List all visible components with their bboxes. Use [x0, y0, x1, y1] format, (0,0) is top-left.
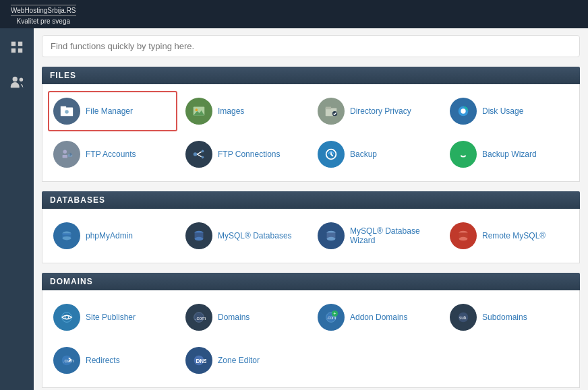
section-body-domains: Site Publisher.comDomains.com+Addon Doma… — [42, 290, 580, 388]
svg-point-10 — [196, 108, 198, 111]
svg-rect-3 — [18, 48, 22, 53]
label-addon-domains: Addon Domains — [350, 313, 407, 322]
icon-subdomains: sub. — [450, 304, 477, 331]
svg-point-22 — [202, 156, 204, 159]
icon-zone-editor: DNS — [185, 347, 212, 374]
svg-point-16 — [63, 150, 67, 154]
item-images[interactable]: Images — [180, 91, 310, 131]
section-header-files: FILES — [42, 67, 580, 84]
svg-point-15 — [461, 108, 465, 113]
icon-site-publisher — [53, 304, 80, 331]
svg-rect-12 — [326, 107, 331, 110]
svg-point-26 — [459, 150, 469, 160]
svg-point-4 — [13, 77, 18, 82]
icon-disk-usage — [450, 98, 477, 125]
item-file-manager[interactable]: File Manager — [48, 91, 177, 131]
icon-domains: .com — [185, 304, 212, 331]
svg-point-29 — [63, 236, 71, 240]
label-backup-wizard: Backup Wizard — [482, 150, 537, 159]
section-header-domains: DOMAINS — [42, 273, 580, 290]
label-file-manager: File Manager — [86, 106, 133, 116]
label-zone-editor: Zone Editor — [218, 356, 260, 365]
svg-text:.com: .com — [196, 315, 206, 321]
logo-line2: Kvalitet pre svega — [11, 15, 76, 25]
item-backup-wizard[interactable]: Backup Wizard — [444, 134, 574, 174]
svg-point-39 — [459, 237, 468, 241]
svg-rect-7 — [61, 106, 66, 109]
layout: FILESFile ManagerImagesDirectory Privacy… — [0, 28, 588, 390]
label-remote-mysql: Remote MySQL® — [482, 231, 546, 240]
label-mysql-wizard: MySQL® Database Wizard — [350, 226, 436, 245]
item-backup[interactable]: Backup — [312, 134, 442, 174]
logo-line1: WebHostingSrbija.RS — [11, 5, 76, 14]
svg-rect-17 — [63, 155, 67, 158]
svg-rect-0 — [11, 42, 16, 46]
item-mysql-wizard[interactable]: MySQL® Database Wizard — [312, 216, 442, 256]
label-mysql-databases: MySQL® Databases — [218, 231, 292, 240]
header: WebHostingSrbija.RS Kvalitet pre svega — [0, 0, 588, 28]
svg-text:sub.: sub. — [459, 315, 467, 320]
label-phpmyadmin: phpMyAdmin — [86, 231, 133, 240]
label-redirects: Redirects — [86, 356, 120, 365]
label-disk-usage: Disk Usage — [482, 106, 523, 116]
section-body-databases: phpMyAdminMySQL® DatabasesMySQL® Databas… — [42, 209, 580, 263]
icon-remote-mysql — [450, 222, 477, 249]
sidebar-users-icon[interactable] — [5, 70, 29, 94]
item-disk-usage[interactable]: Disk Usage — [444, 91, 574, 131]
item-addon-domains[interactable]: .com+Addon Domains — [312, 297, 442, 337]
item-phpmyadmin[interactable]: phpMyAdmin — [48, 216, 177, 256]
svg-line-23 — [197, 152, 201, 154]
item-site-publisher[interactable]: Site Publisher — [48, 297, 177, 337]
logo: WebHostingSrbija.RS Kvalitet pre svega — [11, 3, 76, 25]
section-domains: DOMAINSSite Publisher.comDomains.com+Add… — [42, 273, 580, 388]
icon-mysql-databases — [185, 222, 212, 249]
search-input[interactable] — [51, 41, 571, 51]
icon-file-manager — [53, 98, 80, 125]
section-files: FILESFile ManagerImagesDirectory Privacy… — [42, 67, 580, 182]
label-ftp-accounts: FTP Accounts — [86, 150, 136, 159]
icon-ftp-accounts — [53, 141, 80, 168]
svg-text:.com: .com — [63, 358, 74, 364]
search-bar — [42, 35, 580, 57]
item-remote-mysql[interactable]: Remote MySQL® — [444, 216, 574, 256]
icon-backup — [318, 141, 345, 168]
label-directory-privacy: Directory Privacy — [350, 106, 411, 116]
item-directory-privacy[interactable]: Directory Privacy — [312, 91, 442, 131]
svg-text:+: + — [333, 311, 336, 317]
svg-point-5 — [20, 78, 23, 82]
icon-redirects: .com — [53, 347, 80, 374]
item-ftp-accounts[interactable]: FTP Accounts — [48, 134, 177, 174]
svg-point-21 — [202, 150, 204, 153]
section-header-databases: DATABASES — [42, 191, 580, 209]
label-images: Images — [218, 106, 244, 116]
item-domains[interactable]: .comDomains — [180, 297, 310, 337]
svg-point-40 — [62, 313, 72, 323]
item-redirects[interactable]: .comRedirects — [48, 340, 177, 381]
svg-text:DNS: DNS — [196, 358, 206, 364]
main-content: FILESFile ManagerImagesDirectory Privacy… — [34, 28, 588, 390]
item-mysql-databases[interactable]: MySQL® Databases — [180, 216, 310, 256]
icon-addon-domains: .com+ — [318, 304, 345, 331]
sidebar — [0, 28, 34, 390]
label-backup: Backup — [350, 150, 377, 159]
svg-line-24 — [197, 154, 201, 157]
section-body-files: File ManagerImagesDirectory PrivacyDisk … — [42, 84, 580, 182]
label-subdomains: Subdomains — [482, 313, 527, 322]
label-domains: Domains — [218, 313, 249, 322]
icon-directory-privacy — [318, 98, 345, 125]
item-ftp-connections[interactable]: FTP Connections — [180, 134, 310, 174]
icon-phpmyadmin — [53, 222, 80, 249]
svg-point-20 — [194, 152, 198, 156]
icon-backup-wizard — [450, 141, 477, 168]
icon-ftp-connections — [185, 141, 212, 168]
svg-rect-1 — [18, 42, 22, 46]
svg-point-8 — [65, 110, 69, 114]
svg-point-33 — [195, 237, 204, 241]
sidebar-grid-icon[interactable] — [5, 35, 29, 59]
item-subdomains[interactable]: sub.Subdomains — [444, 297, 574, 337]
item-zone-editor[interactable]: DNSZone Editor — [180, 340, 310, 381]
sections-container: FILESFile ManagerImagesDirectory Privacy… — [42, 67, 580, 388]
icon-images — [185, 98, 212, 125]
label-site-publisher: Site Publisher — [86, 313, 136, 322]
svg-point-36 — [327, 237, 336, 241]
